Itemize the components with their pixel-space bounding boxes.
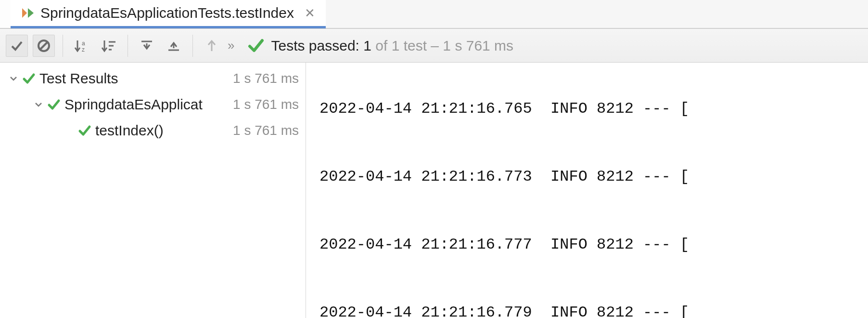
separator xyxy=(192,35,193,57)
tree-class-label: SpringdataEsApplicat xyxy=(64,96,233,113)
tab-bar: SpringdataEsApplicationTests.testIndex ✕ xyxy=(0,0,868,29)
close-icon[interactable]: ✕ xyxy=(305,6,315,21)
tree-class-row[interactable]: SpringdataEsApplicat 1 s 761 ms xyxy=(0,92,306,118)
tree-root-row[interactable]: Test Results 1 s 761 ms xyxy=(0,66,306,92)
show-passed-button[interactable] xyxy=(6,35,28,57)
separator xyxy=(128,35,128,57)
tabbar-leading-gap xyxy=(0,0,11,28)
chevron-down-icon[interactable] xyxy=(7,74,20,83)
collapse-all-button[interactable] xyxy=(163,35,185,57)
svg-marker-1 xyxy=(28,8,34,18)
tree-class-time: 1 s 761 ms xyxy=(233,97,299,112)
test-toolbar: az » Tests passed: 1 of 1 test – 1 s 761… xyxy=(0,29,868,63)
tree-method-label: testIndex() xyxy=(95,122,233,139)
pass-icon xyxy=(47,98,61,111)
log-line: 2022-04-14 21:21:16.777 INFO 8212 --- [ xyxy=(319,233,868,256)
expand-all-button[interactable] xyxy=(136,35,158,57)
tab-run-icon xyxy=(21,6,35,20)
sort-duration-button[interactable] xyxy=(98,35,120,57)
check-icon xyxy=(248,38,264,54)
separator xyxy=(63,35,63,57)
tab-active[interactable]: SpringdataEsApplicationTests.testIndex ✕ xyxy=(11,0,326,28)
chevron-down-icon[interactable] xyxy=(32,100,45,109)
log-line: 2022-04-14 21:21:16.773 INFO 8212 --- [ xyxy=(319,165,868,188)
status-text: Tests passed: 1 of 1 test – 1 s 761 ms xyxy=(271,38,513,54)
status-count: 1 xyxy=(363,38,371,53)
show-ignored-button[interactable] xyxy=(33,35,55,57)
svg-marker-0 xyxy=(22,8,27,18)
tree-method-time: 1 s 761 ms xyxy=(233,123,299,138)
status-area: Tests passed: 1 of 1 test – 1 s 761 ms xyxy=(248,38,513,54)
log-line: 2022-04-14 21:21:16.779 INFO 8212 --- [ xyxy=(319,301,868,318)
svg-line-3 xyxy=(40,42,48,50)
tab-title: SpringdataEsApplicationTests.testIndex xyxy=(40,5,294,21)
pass-icon xyxy=(22,72,36,85)
sort-alpha-button[interactable]: az xyxy=(71,35,93,57)
svg-text:z: z xyxy=(82,46,85,53)
prev-failed-button[interactable] xyxy=(201,35,223,57)
pass-icon xyxy=(78,124,91,137)
test-tree: Test Results 1 s 761 ms SpringdataEsAppl… xyxy=(0,63,306,318)
tree-method-row[interactable]: testIndex() 1 s 761 ms xyxy=(0,118,306,144)
status-detail: of 1 test – 1 s 761 ms xyxy=(375,38,513,53)
log-line: 2022-04-14 21:21:16.765 INFO 8212 --- [ xyxy=(319,97,868,120)
tree-root-time: 1 s 761 ms xyxy=(233,71,299,86)
main-split: Test Results 1 s 761 ms SpringdataEsAppl… xyxy=(0,63,868,318)
console-output[interactable]: 2022-04-14 21:21:16.765 INFO 8212 --- [ … xyxy=(306,63,868,318)
more-button[interactable]: » xyxy=(228,35,234,57)
svg-text:a: a xyxy=(82,40,85,47)
tabbar-rest xyxy=(326,0,868,28)
status-label: Tests passed: xyxy=(271,38,359,53)
tree-root-label: Test Results xyxy=(39,70,233,87)
